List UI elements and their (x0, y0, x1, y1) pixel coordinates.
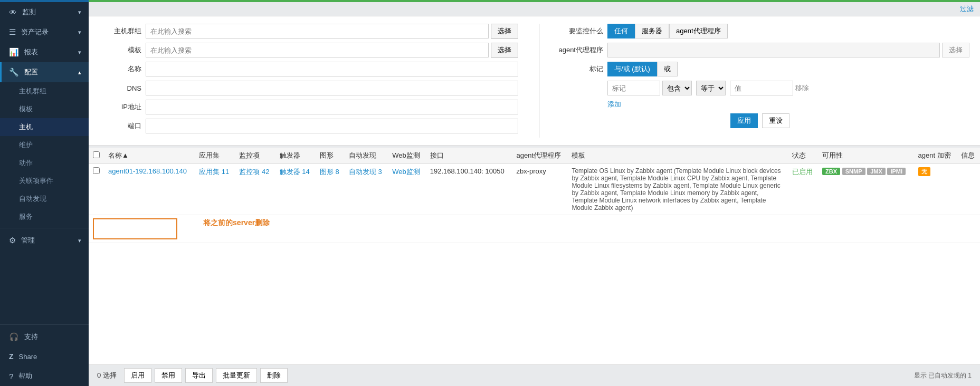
sidebar-item-event[interactable]: 关联项事件 (0, 172, 89, 190)
sidebar-item-share[interactable]: Z Share (0, 347, 89, 366)
sidebar-sub-label: 服务 (19, 212, 33, 221)
sidebar-item-service[interactable]: 服务 (0, 208, 89, 226)
web-monitor-link[interactable]: Web监测 (392, 168, 420, 176)
snmp-badge: SNMP (842, 168, 865, 175)
sidebar-item-label: 帮助 (18, 371, 32, 381)
tag-value-input[interactable] (730, 81, 793, 95)
tab-agent-button[interactable]: agent代理程序 (669, 24, 728, 38)
agent-proxy-row: agent代理程序 选择 (550, 43, 969, 57)
sidebar-item-assets[interactable]: ☰ 资产记录 ▾ (0, 22, 89, 42)
sidebar-item-maintenance[interactable]: 维护 (0, 136, 89, 154)
row-appset: 应用集 11 (195, 164, 235, 215)
tag-or-button[interactable]: 或 (657, 62, 678, 76)
sidebar-item-support[interactable]: 🎧 支持 (0, 327, 89, 347)
tag-add-link[interactable]: 添加 (607, 100, 621, 109)
agent-proxy-select-button[interactable]: 选择 (942, 43, 969, 57)
chevron-down-icon: ▾ (78, 49, 81, 56)
tab-server-button[interactable]: 服务器 (635, 24, 669, 38)
tag-label: 标记 (550, 64, 603, 74)
disable-button[interactable]: 禁用 (155, 368, 182, 383)
sidebar-item-autodiscover[interactable]: 自动发现 (0, 190, 89, 208)
sidebar-sub-label: 模板 (19, 104, 33, 114)
sidebar-item-label: 报表 (24, 47, 38, 57)
template-select-button[interactable]: 选择 (491, 43, 518, 57)
sidebar-item-action[interactable]: 动作 (0, 154, 89, 172)
tag-contains-select[interactable]: 包含等于 (662, 81, 692, 95)
ipmi-badge: IPMI (887, 168, 906, 175)
host-group-row: 主机群组 选择 (99, 24, 518, 38)
delete-button[interactable]: 删除 (260, 368, 288, 383)
sidebar-item-monitor[interactable]: 👁 监测 ▾ (0, 2, 89, 22)
name-input[interactable] (146, 62, 518, 76)
tag-equals-select[interactable]: 等于包含 (696, 81, 726, 95)
bulk-update-button[interactable]: 批量更新 (216, 368, 257, 383)
sidebar-item-config[interactable]: 🔧 配置 ▴ (0, 62, 89, 82)
annotation-text-cell: 将之前的server删除 (195, 215, 980, 243)
port-input[interactable] (146, 119, 518, 133)
main-content: 过滤 主机群组 选择 模板 选择 名称 (89, 0, 980, 386)
enable-button[interactable]: 启用 (124, 368, 151, 383)
ip-label: IP地址 (99, 102, 141, 112)
divider (0, 228, 89, 228)
col-name[interactable]: 名称▲ (104, 148, 195, 164)
col-availability: 可用性 (818, 148, 914, 164)
row-agent-proxy: zbx-proxy (512, 164, 567, 215)
chevron-down-icon: ▾ (78, 9, 81, 16)
row-name: agent01-192.168.100.140 (104, 164, 195, 215)
sidebar-sub-label: 主机群组 (19, 86, 46, 96)
monitor-what-label: 要监控什么 (550, 26, 603, 36)
autodiscover-link[interactable]: 自动发现 3 (349, 168, 382, 176)
select-all-cell (89, 148, 104, 164)
sidebar-item-host[interactable]: 主机 (0, 118, 89, 136)
filter-toggle-label[interactable]: 过滤 (960, 4, 974, 14)
appset-link[interactable]: 应用集 11 (199, 168, 229, 176)
tag-and-button[interactable]: 与/或 (默认) (607, 62, 657, 76)
port-row: 端口 (99, 119, 518, 133)
table-header-row: 名称▲ 应用集 监控项 触发器 图形 自动发现 Web监测 接口 agent代理… (89, 148, 980, 164)
sidebar-item-reports[interactable]: 📊 报表 ▾ (0, 42, 89, 62)
trigger-link[interactable]: 触发器 14 (280, 168, 310, 176)
host-group-input[interactable] (146, 24, 489, 38)
sidebar-item-help[interactable]: ? 帮助 (0, 366, 89, 386)
status-badge: 已启用 (792, 168, 813, 176)
monitor-icon: 👁 (9, 8, 17, 17)
monitor-item-link[interactable]: 监控项 42 (239, 168, 269, 176)
reset-button[interactable]: 重设 (762, 113, 789, 128)
sidebar-sub-label: 动作 (19, 158, 33, 168)
apply-button[interactable]: 应用 (730, 113, 758, 128)
sidebar-item-label: Share (19, 353, 37, 361)
filter-action-row: 应用 重设 (550, 113, 969, 128)
row-checkbox[interactable] (93, 167, 100, 174)
dns-row: DNS (99, 81, 518, 95)
col-appset: 应用集 (195, 148, 235, 164)
tag-remove-button[interactable]: 移除 (795, 83, 809, 93)
filter-panel: 主机群组 选择 模板 选择 名称 DNS IP地 (89, 16, 980, 146)
headset-icon: 🎧 (9, 332, 19, 342)
sidebar-item-template[interactable]: 模板 (0, 100, 89, 118)
select-all-checkbox[interactable] (93, 151, 100, 158)
row-web-monitor: Web监测 (388, 164, 425, 215)
tab-any-button[interactable]: 任何 (607, 24, 635, 38)
tag-tag-input[interactable] (607, 81, 660, 95)
chevron-down-icon: ▾ (78, 237, 81, 244)
row-template: Template OS Linux by Zabbix agent (Templ… (567, 164, 787, 215)
chevron-down-icon: ▾ (78, 29, 81, 36)
left-filters: 主机群组 选择 模板 选择 名称 DNS IP地 (99, 24, 518, 138)
sidebar-item-label: 管理 (21, 236, 35, 245)
row-checkbox-cell (89, 164, 104, 215)
dns-input[interactable] (146, 81, 518, 95)
divider (0, 324, 89, 325)
host-group-label: 主机群组 (99, 26, 141, 36)
col-info: 信息 (957, 148, 980, 164)
host-group-select-button[interactable]: 选择 (491, 24, 518, 38)
col-interface: 接口 (426, 148, 512, 164)
sidebar-item-hostgroup[interactable]: 主机群组 (0, 82, 89, 100)
host-name-link[interactable]: agent01-192.168.100.140 (108, 167, 187, 175)
agent-proxy-input[interactable] (607, 43, 940, 57)
graph-link[interactable]: 图形 8 (320, 168, 339, 176)
sidebar-sub-label: 主机 (19, 122, 33, 132)
ip-input[interactable] (146, 100, 518, 114)
sidebar-item-manage[interactable]: ⚙ 管理 ▾ (0, 230, 89, 250)
export-button[interactable]: 导出 (185, 368, 213, 383)
template-input[interactable] (146, 43, 489, 57)
